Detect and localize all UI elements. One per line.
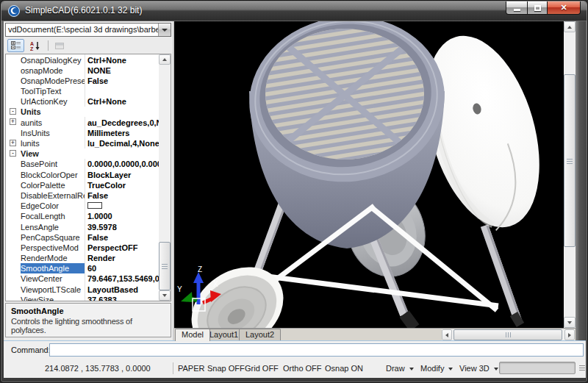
property-value[interactable]: False	[85, 75, 159, 85]
resize-grip-icon	[579, 365, 585, 372]
property-grid-scrollbar[interactable]	[159, 54, 171, 301]
property-value[interactable]: 37.6383	[85, 294, 159, 301]
property-value[interactable]: TrueColor	[85, 179, 159, 190]
minimize-button[interactable]	[506, 1, 528, 15]
property-name: LensAngle	[21, 221, 85, 232]
property-row-InsUnits[interactable]: InsUnitsMillimeters	[6, 127, 159, 137]
property-row-UrlActionKey[interactable]: UrlActionKeyCtrl+None	[6, 96, 159, 107]
scroll-up-icon[interactable]	[564, 21, 576, 32]
title-bar[interactable]: SimpleCAD(6.6021.0.1 32 bit) ✕	[1, 1, 587, 21]
property-row-View[interactable]: -View	[6, 148, 159, 159]
property-value[interactable]: Ctrl+None	[85, 54, 159, 65]
row-gutter	[6, 253, 21, 263]
menu-modify[interactable]: Modify	[420, 364, 453, 373]
property-name: BlockColorOper	[21, 169, 85, 179]
expand-icon[interactable]: +	[10, 140, 16, 146]
az-sort-icon: A Z	[30, 41, 40, 51]
property-value[interactable]: 0.0000,0.0000,0.0000	[85, 159, 159, 169]
property-row-ViewportLTScale[interactable]: ViewportLTScaleLayoutBased	[6, 284, 159, 294]
command-input[interactable]	[49, 343, 584, 357]
collapse-icon[interactable]: -	[10, 150, 16, 157]
property-row-aunits[interactable]: +aunitsau_Decdegrees,0,None	[6, 117, 159, 127]
status-toggle-osnap-on[interactable]: Osnap ON	[325, 364, 363, 373]
svg-text:A: A	[30, 41, 34, 46]
scrollbar-thumb[interactable]	[564, 74, 576, 247]
property-row-EdgeColor[interactable]: EdgeColor	[6, 201, 159, 211]
property-name: ToolTipText	[21, 86, 85, 96]
chevron-down-icon	[409, 368, 414, 371]
property-row-lunits[interactable]: +lunitslu_Decimal,4,None	[6, 138, 159, 148]
property-row-BasePoint[interactable]: BasePoint0.0000,0.0000,0.0000	[6, 159, 159, 169]
property-value[interactable]	[85, 86, 159, 96]
property-row-ToolTipText[interactable]: ToolTipText	[6, 86, 159, 96]
tab-model[interactable]: Model	[175, 329, 210, 341]
status-toggle-ortho-off[interactable]: Ortho OFF	[283, 364, 322, 373]
property-row-RenderMode[interactable]: RenderModeRender	[6, 253, 159, 263]
property-row-ViewSize[interactable]: ViewSize37.6383	[6, 294, 159, 301]
property-row-FocalLength[interactable]: FocalLength1.0000	[6, 211, 159, 221]
viewport-canvas[interactable]: Z X Y	[174, 21, 564, 328]
document-selector[interactable]: vdDocument(E:\special 3d drawings\barbec…	[5, 23, 171, 37]
property-name: ViewSize	[21, 294, 85, 301]
status-toggle-paper[interactable]: PAPER	[178, 364, 204, 373]
app-logo-icon	[8, 5, 20, 17]
scroll-left-icon[interactable]	[442, 329, 452, 340]
property-name: InsUnits	[21, 127, 85, 137]
property-row-BlockColorOper[interactable]: BlockColorOperBlockLayer	[6, 169, 159, 179]
property-row-osnapMode[interactable]: osnapModeNONE	[6, 65, 159, 75]
property-value[interactable]: Millimeters	[85, 127, 159, 137]
property-value[interactable]: LayoutBased	[85, 284, 159, 294]
property-value[interactable]: Ctrl+None	[85, 96, 159, 107]
property-name: Units	[21, 107, 146, 117]
status-toggle-snap-off[interactable]: Snap OFF	[207, 364, 245, 373]
property-value[interactable]: PerspectOFF	[85, 242, 159, 252]
property-row-SmoothAngle[interactable]: SmoothAngle60	[6, 263, 159, 273]
scroll-right-icon[interactable]	[564, 329, 575, 340]
collapse-icon[interactable]: -	[10, 108, 16, 115]
property-value[interactable]: BlockLayer	[85, 169, 159, 179]
property-row-Units[interactable]: -Units	[6, 107, 159, 117]
property-pages-button[interactable]	[51, 39, 68, 52]
menu-draw[interactable]: Draw	[386, 364, 414, 373]
property-row-ColorPalette[interactable]: ColorPaletteTrueColor	[6, 179, 159, 190]
categorized-view-button[interactable]	[7, 39, 24, 52]
description-panel: SmoothAngle Controls the lighting smooth…	[5, 303, 171, 337]
property-row-LensAngle[interactable]: LensAngle39.5978	[6, 221, 159, 232]
property-value[interactable]: False	[85, 232, 159, 242]
property-row-OsnapModePreserve[interactable]: OsnapModePreserveFalse	[6, 75, 159, 85]
toolbar-separator	[48, 40, 49, 51]
expand-icon[interactable]: +	[10, 118, 16, 125]
scroll-down-icon[interactable]	[159, 290, 171, 301]
property-value[interactable]: lu_Decimal,4,None	[85, 138, 159, 148]
color-swatch[interactable]	[87, 202, 102, 209]
property-row-PenCapsSquare[interactable]: PenCapsSquareFalse	[6, 232, 159, 242]
property-value[interactable]: NONE	[85, 65, 159, 75]
scroll-up-icon[interactable]	[159, 54, 171, 65]
menu-view-3d[interactable]: View 3D	[459, 364, 498, 373]
scroll-down-icon[interactable]	[564, 317, 576, 328]
property-value[interactable]	[85, 201, 159, 211]
property-value[interactable]: False	[85, 190, 159, 200]
status-toggle-grid-off[interactable]: Grid OFF	[245, 364, 279, 373]
scrollbar-thumb[interactable]	[159, 242, 171, 290]
scrollbar-thumb[interactable]	[453, 329, 562, 340]
property-value[interactable]: 79.6467,153.5469,0.0000	[85, 273, 159, 284]
row-gutter	[6, 127, 21, 137]
alphabetical-sort-button[interactable]: A Z	[26, 39, 43, 52]
property-row-DisableExternalRefer[interactable]: DisableExternalReferFalse	[6, 190, 159, 200]
tab-layout2[interactable]: Layout2	[239, 329, 281, 340]
property-value[interactable]: au_Decdegrees,0,None	[85, 117, 159, 127]
chevron-down-icon[interactable]	[158, 24, 171, 36]
property-value[interactable]: 1.0000	[85, 211, 159, 221]
property-row-PerspectiveMod[interactable]: PerspectiveModPerspectOFF	[6, 242, 159, 252]
maximize-button[interactable]	[527, 1, 548, 15]
property-name: lunits	[21, 138, 85, 148]
property-row-OsnapDialogKey[interactable]: OsnapDialogKeyCtrl+None	[6, 54, 159, 65]
property-value[interactable]: Render	[85, 253, 159, 263]
property-value[interactable]: 60	[85, 263, 159, 273]
viewport-vscrollbar[interactable]	[564, 21, 576, 328]
viewport-hscrollbar[interactable]	[442, 329, 575, 340]
property-value[interactable]: 39.5978	[85, 221, 159, 232]
close-button[interactable]: ✕	[547, 1, 581, 15]
property-row-ViewCenter[interactable]: ViewCenter79.6467,153.5469,0.0000	[6, 273, 159, 284]
